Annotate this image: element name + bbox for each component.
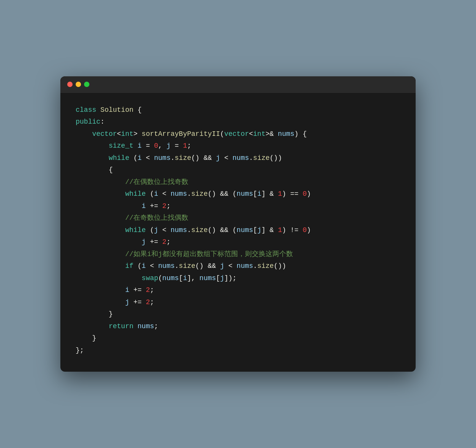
code-window: class Solution { public: vector<int> sor… [60, 76, 416, 372]
maximize-button[interactable] [84, 82, 89, 87]
close-button[interactable] [67, 82, 73, 87]
titlebar [60, 76, 416, 93]
code-editor[interactable]: class Solution { public: vector<int> sor… [60, 93, 416, 372]
minimize-button[interactable] [76, 82, 81, 87]
